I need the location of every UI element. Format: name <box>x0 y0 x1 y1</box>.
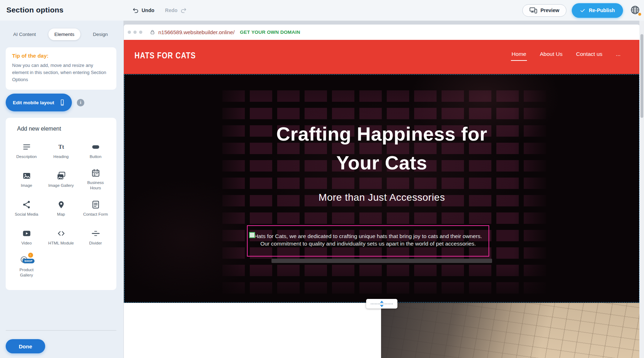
divider-icon <box>91 229 100 238</box>
image-icon <box>22 171 31 180</box>
add-element-heading[interactable]: Tt Heading <box>44 136 78 165</box>
add-element-contact-form[interactable]: Contact Form <box>78 194 113 223</box>
undo-icon <box>132 7 139 14</box>
add-element-title: Add new element <box>17 126 113 132</box>
heading-text-icon: Tt <box>57 142 66 152</box>
form-icon <box>91 200 100 209</box>
browser-chrome: n1566589.websitebuilder.online/ GET YOUR… <box>124 25 640 40</box>
redo-icon <box>180 7 187 14</box>
nav-more[interactable]: ... <box>615 49 621 61</box>
add-element-video[interactable]: Video <box>9 223 44 252</box>
window-dot <box>139 31 142 34</box>
add-element-product-gallery[interactable]: SHOP ↑ Product Gallery <box>9 252 44 280</box>
resize-arrow-up-icon <box>380 301 384 303</box>
redo-label: Redo <box>165 7 178 13</box>
republish-button[interactable]: Re-Publish <box>572 3 623 18</box>
add-element-divider[interactable]: Divider <box>78 223 113 252</box>
redo-button[interactable]: Redo <box>165 7 187 14</box>
edit-mobile-label: Edit mobile layout <box>13 100 54 105</box>
add-element-image[interactable]: Image <box>9 165 44 194</box>
lock-icon <box>150 30 155 35</box>
republish-label: Re-Publish <box>589 7 615 13</box>
language-globe-icon[interactable] <box>628 4 642 17</box>
hero-heading-line1: Crafting Happiness for <box>276 123 487 144</box>
resize-arrow-down-icon <box>380 305 384 307</box>
undo-label: Undo <box>142 7 154 13</box>
site-preview: HATS FOR CATS Home About Us Contact us .… <box>124 40 640 358</box>
upgrade-badge-icon: ↑ <box>28 253 33 258</box>
nav-contact-us[interactable]: Contact us <box>575 49 603 61</box>
section-resize-handle[interactable] <box>366 299 397 309</box>
hero-heading[interactable]: Crafting Happiness for Your Cats <box>124 120 640 177</box>
video-play-icon <box>22 229 31 238</box>
canvas-scrollbar[interactable] <box>639 21 644 358</box>
add-element-button[interactable]: Button <box>78 136 113 165</box>
editor-canvas: n1566589.websitebuilder.online/ GET YOUR… <box>123 21 644 358</box>
calendar-icon <box>91 168 100 178</box>
shop-icon: SHOP ↑ <box>20 254 34 265</box>
add-element-image-gallery[interactable]: Image Gallery <box>44 165 78 194</box>
resize-dotted-line <box>371 304 393 304</box>
tip-of-the-day-card: Tip of the day: Now you can add, move an… <box>6 47 116 90</box>
add-element-map[interactable]: Map <box>44 194 78 223</box>
tip-title: Tip of the day: <box>12 53 110 59</box>
element-spacing-bar <box>271 259 492 263</box>
hero-paragraph: Hats for Cats, we are dedicated to craft… <box>248 232 489 247</box>
scrollbar-thumb[interactable] <box>640 34 643 118</box>
add-element-business-hours[interactable]: Business Hours <box>78 165 113 194</box>
check-icon <box>580 8 585 13</box>
get-domain-link[interactable]: GET YOUR OWN DOMAIN <box>240 30 300 35</box>
add-element-panel: Add new element Description Tt Heading B… <box>6 118 116 290</box>
preview-button[interactable]: Preview <box>522 4 566 17</box>
done-button[interactable]: Done <box>6 339 45 353</box>
edit-mobile-layout-button[interactable]: Edit mobile layout <box>6 94 72 111</box>
hero-heading-line2: Your Cats <box>336 152 427 173</box>
element-grid: Description Tt Heading Button Image Imag… <box>9 136 113 280</box>
next-section[interactable] <box>124 303 640 358</box>
add-element-description[interactable]: Description <box>9 136 44 165</box>
website-builder-app: Section options Undo Redo Preview Re-Pub… <box>0 0 644 358</box>
share-icon <box>22 200 31 209</box>
notification-dot <box>638 13 641 16</box>
preview-label: Preview <box>540 7 559 13</box>
tip-body: Now you can add, move and resize any ele… <box>12 62 110 83</box>
pavement-photo <box>381 303 640 358</box>
code-icon <box>57 229 66 238</box>
hero-paragraph-line2: Our commitment to quality and individual… <box>248 240 489 247</box>
window-control-dots <box>128 31 142 34</box>
mobile-layout-row: Edit mobile layout i <box>6 94 84 111</box>
hero-subheading[interactable]: More than Just Accessories <box>124 191 640 204</box>
tab-ai-content[interactable]: AI Content <box>7 28 42 40</box>
phone-icon <box>59 99 66 106</box>
tab-elements[interactable]: Elements <box>48 28 80 40</box>
undo-button[interactable]: Undo <box>132 7 154 14</box>
tab-design[interactable]: Design <box>87 28 114 40</box>
svg-text:Tt: Tt <box>58 144 64 150</box>
topbar: Section options Undo Redo Preview Re-Pub… <box>0 0 644 21</box>
map-pin-icon <box>57 200 66 209</box>
info-icon[interactable]: i <box>77 99 84 106</box>
hero-section[interactable]: Crafting Happiness for Your Cats More th… <box>124 74 640 303</box>
nav-home[interactable]: Home <box>511 49 527 61</box>
hero-background-tiles <box>217 84 546 295</box>
add-element-social-media[interactable]: Social Media <box>9 194 44 223</box>
description-lines-icon <box>22 142 31 152</box>
image-gallery-icon <box>57 171 66 180</box>
button-pill-icon <box>91 142 100 152</box>
page-title: Section options <box>6 6 64 14</box>
history-controls: Undo Redo <box>132 0 187 21</box>
site-logo: HATS FOR CATS <box>134 51 196 60</box>
window-dot <box>133 31 137 34</box>
sidebar-tabs: AI Content Elements Design <box>7 28 114 40</box>
site-header[interactable]: HATS FOR CATS Home About Us Contact us .… <box>124 40 640 74</box>
selected-paragraph-element[interactable]: Hats for Cats, we are dedicated to craft… <box>247 225 489 257</box>
add-element-html-module[interactable]: HTML Module <box>44 223 78 252</box>
site-nav: Home About Us Contact us ... <box>511 40 621 70</box>
devices-icon <box>529 6 537 14</box>
topbar-actions: Preview Re-Publish <box>522 0 642 21</box>
drag-handle[interactable] <box>249 232 255 238</box>
nav-about-us[interactable]: About Us <box>539 49 563 61</box>
hero-paragraph-line1: Hats for Cats, we are dedicated to craft… <box>248 232 489 240</box>
window-dot <box>128 31 131 34</box>
site-url: n1566589.websitebuilder.online/ <box>158 29 234 35</box>
